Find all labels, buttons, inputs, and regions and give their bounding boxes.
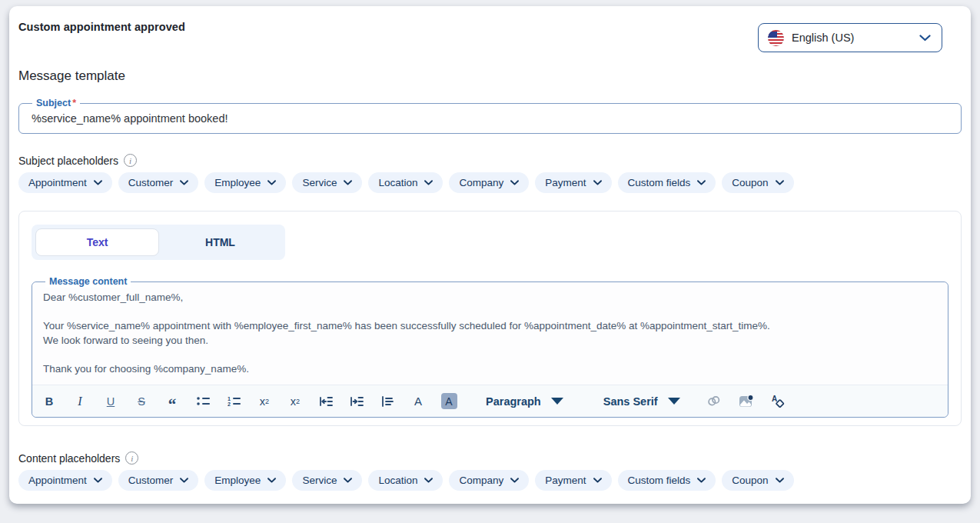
placeholder-chip[interactable]: Coupon: [722, 470, 793, 491]
link-button[interactable]: [703, 391, 725, 412]
placeholder-chip-label: Payment: [545, 177, 586, 188]
placeholder-chip[interactable]: Location: [368, 470, 443, 491]
strikethrough-button[interactable]: S: [131, 391, 152, 412]
placeholder-chip[interactable]: Company: [449, 470, 529, 491]
clear-formatting-icon: A: [771, 395, 786, 408]
placeholder-chip[interactable]: Custom fields: [618, 470, 716, 491]
bullet-list-icon: [197, 396, 210, 406]
subject-field-label: Subject*: [32, 97, 80, 109]
placeholder-chip[interactable]: Appointment: [18, 172, 112, 193]
message-content-label: Message content: [45, 275, 131, 288]
placeholder-chip-label: Appointment: [28, 475, 87, 486]
ordered-list-button[interactable]: 12: [223, 391, 244, 412]
chevron-down-icon: [180, 180, 188, 185]
chevron-down-icon: [593, 180, 602, 185]
placeholder-chip[interactable]: Customer: [118, 172, 199, 193]
subscript-button[interactable]: x2: [254, 391, 275, 412]
notification-template-card: Custom appointment approved English (US)…: [9, 6, 971, 504]
blockquote-button[interactable]: “: [161, 391, 183, 412]
language-selected-label: English (US): [792, 32, 912, 44]
chevron-down-icon: [697, 478, 706, 483]
chevron-down-icon: [919, 35, 931, 42]
chevron-down-icon: [593, 478, 602, 483]
link-icon: [707, 395, 721, 407]
subject-field: Subject*: [18, 103, 962, 134]
bullet-list-button[interactable]: [192, 391, 214, 412]
chevron-down-icon: [267, 180, 276, 185]
tab-html[interactable]: HTML: [159, 228, 281, 256]
placeholder-chip[interactable]: Employee: [204, 172, 286, 193]
placeholder-chip-label: Company: [459, 475, 503, 486]
content-placeholder-chips: Appointment Customer Employee Service Lo…: [18, 470, 962, 491]
chevron-down-icon: [510, 478, 519, 483]
align-left-icon: [381, 396, 394, 407]
background-color-swatch: A: [441, 393, 457, 409]
placeholder-chip[interactable]: Payment: [535, 172, 611, 193]
placeholder-chip-label: Custom fields: [628, 475, 691, 486]
placeholder-chip[interactable]: Company: [449, 172, 529, 193]
placeholder-chip-label: Customer: [128, 177, 174, 188]
outdent-icon: [319, 396, 333, 407]
chevron-down-icon: [424, 180, 433, 185]
placeholder-chip[interactable]: Service: [292, 470, 362, 491]
chevron-down-icon: [424, 478, 433, 483]
tab-text[interactable]: Text: [35, 228, 159, 256]
placeholder-chip-label: Service: [302, 475, 337, 486]
chevron-down-icon: [267, 478, 276, 483]
required-asterisk: *: [72, 98, 76, 108]
superscript-button[interactable]: x2: [284, 391, 306, 412]
indent-button[interactable]: [346, 391, 367, 412]
subject-placeholders-row: Subject placeholders i: [18, 154, 962, 167]
image-button[interactable]: [736, 391, 757, 412]
placeholder-chip-label: Employee: [214, 475, 261, 486]
editor-mode-tabs: Text HTML: [32, 225, 285, 260]
chevron-down-icon: [344, 180, 352, 185]
bold-button[interactable]: B: [38, 391, 60, 412]
content-placeholders-row: Content placeholders i: [18, 451, 962, 465]
placeholder-chip[interactable]: Payment: [535, 470, 611, 491]
chevron-down-icon: [697, 180, 706, 185]
placeholder-chip-label: Customer: [128, 475, 174, 486]
placeholder-chip[interactable]: Location: [368, 172, 443, 193]
clear-formatting-button[interactable]: A: [768, 391, 789, 412]
language-selector[interactable]: English (US): [758, 23, 942, 52]
info-icon[interactable]: i: [124, 154, 137, 167]
us-flag-icon: [768, 30, 784, 46]
font-color-button[interactable]: A: [407, 391, 429, 412]
info-icon[interactable]: i: [125, 451, 138, 465]
placeholder-chip[interactable]: Custom fields: [618, 172, 716, 193]
chevron-down-icon: [180, 478, 188, 483]
placeholder-chip-label: Location: [378, 177, 417, 188]
section-heading: Message template: [18, 68, 962, 85]
chevron-down-icon: [344, 478, 352, 483]
message-editor: Text HTML Message content Dear %customer…: [18, 211, 962, 426]
outdent-button[interactable]: [315, 391, 337, 412]
font-select-label: Sans Serif: [603, 395, 658, 408]
placeholder-chip-label: Custom fields: [628, 177, 691, 188]
font-select[interactable]: Sans Serif: [603, 395, 680, 408]
subject-input[interactable]: [19, 104, 961, 133]
placeholder-chip[interactable]: Customer: [118, 470, 199, 491]
ordered-list-icon: 12: [228, 396, 241, 406]
underline-button[interactable]: U: [100, 391, 121, 412]
align-button[interactable]: [377, 391, 398, 412]
placeholder-chip-label: Location: [378, 475, 417, 486]
placeholder-chip[interactable]: Employee: [204, 470, 286, 491]
editor-toolbar: B I U S “ 12 x2 x2: [32, 385, 948, 417]
background-color-button[interactable]: A: [438, 391, 460, 412]
chevron-down-icon: [94, 180, 102, 185]
placeholder-chip[interactable]: Coupon: [722, 172, 793, 193]
placeholder-chip[interactable]: Appointment: [18, 470, 112, 491]
italic-button[interactable]: I: [69, 391, 91, 412]
paragraph-select[interactable]: Paragraph: [486, 395, 563, 408]
message-content-textarea[interactable]: Dear %customer_full_name%, Your %service…: [32, 282, 948, 385]
placeholder-chip-label: Payment: [545, 475, 586, 486]
content-placeholders-label: Content placeholders: [18, 452, 120, 465]
placeholder-chip-label: Company: [459, 177, 503, 188]
message-content-field: Message content Dear %customer_full_name…: [32, 281, 948, 418]
placeholder-chip-label: Employee: [214, 177, 261, 188]
placeholder-chip-label: Appointment: [28, 177, 87, 188]
placeholder-chip[interactable]: Service: [292, 172, 362, 193]
triangle-down-icon: [551, 398, 563, 405]
placeholder-chip-label: Coupon: [732, 475, 768, 486]
